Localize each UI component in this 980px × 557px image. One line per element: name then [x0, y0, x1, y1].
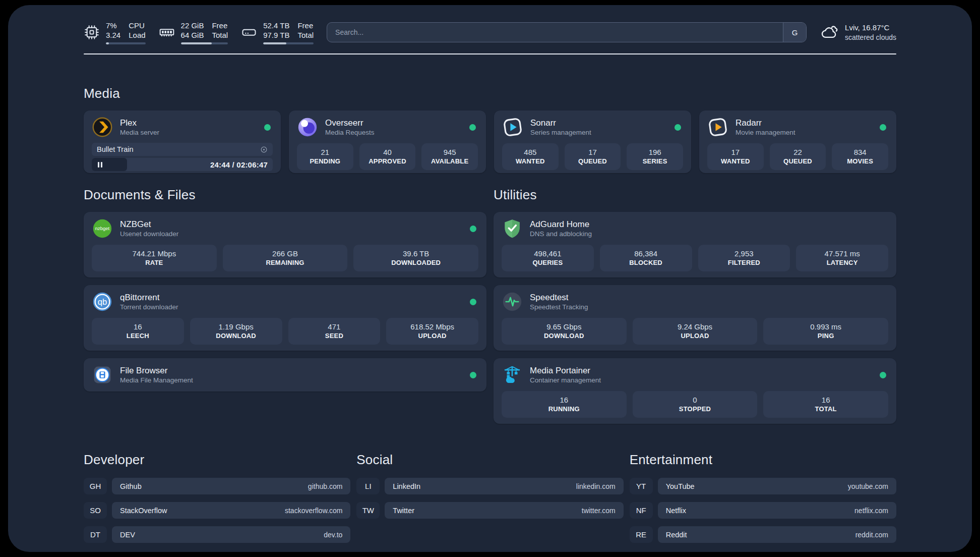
bookmark-group-developer: Developer GH Github github.com SO StackO…: [84, 452, 350, 543]
bookmark-name: DEV: [120, 531, 324, 539]
stat-approved: 40 APPROVED: [359, 143, 416, 170]
service-card-radarr[interactable]: Radarr Movie management 17 WANTED 22 QUE…: [699, 110, 896, 173]
bookmark-stackoverflow[interactable]: SO StackOverflow stackoverflow.com: [84, 502, 350, 519]
status-dot: [675, 124, 681, 131]
cpu-load-label: Load: [129, 30, 145, 40]
bookmark-abbr: TW: [356, 502, 380, 519]
status-dot: [264, 124, 271, 131]
disk-icon: [241, 24, 257, 40]
bookmark-url: github.com: [308, 482, 342, 490]
stat-upload: 618.52 Mbps UPLOAD: [386, 318, 478, 345]
bookmark-url: stackoverflow.com: [285, 507, 342, 515]
qbittorrent-icon: qb: [92, 291, 113, 312]
cpu-progress-fill: [106, 42, 109, 44]
cpu-icon: [84, 24, 100, 40]
weather-condition: scattered clouds: [845, 33, 896, 42]
stat-stopped: 0 STOPPED: [633, 391, 758, 418]
status-dot: [470, 226, 476, 232]
service-card-sonarr[interactable]: Sonarr Series management 485 WANTED 17 Q…: [494, 110, 691, 173]
radarr-icon: [707, 117, 728, 138]
service-card-adguard[interactable]: AdGuard Home DNS and adblocking 498,461 …: [494, 212, 896, 277]
service-name: Media Portainer: [530, 365, 880, 376]
bookmark-youtube[interactable]: YT YouTube youtube.com: [630, 478, 896, 494]
bookmark-abbr: YT: [630, 478, 653, 494]
disk-total-label: Total: [297, 30, 314, 40]
stat-upload: 9.24 Gbps UPLOAD: [633, 318, 758, 345]
portainer-icon: [502, 364, 523, 385]
overseerr-icon: [297, 117, 318, 138]
search-provider-button[interactable]: G: [783, 23, 806, 42]
service-name: NZBGet: [120, 219, 470, 230]
bookmark-url: youtube.com: [848, 482, 888, 490]
stat-available: 945 AVAILABLE: [421, 143, 478, 170]
service-card-plex[interactable]: Plex Media server Bullet Train: [84, 110, 281, 173]
cpu-usage-label: CPU: [129, 21, 145, 30]
memory-progress-track: [181, 42, 228, 44]
scattered-clouds-icon: [820, 22, 839, 43]
stat-leech: 16 LEECH: [92, 318, 184, 345]
section-title-social: Social: [356, 452, 623, 468]
disk-free: 52.4 TB: [263, 21, 289, 30]
memory-free: 22 GiB: [181, 21, 204, 30]
section-title-media: Media: [84, 86, 896, 101]
bookmark-name: StackOverflow: [120, 507, 285, 515]
status-dot: [469, 124, 476, 131]
nzbget-icon: nzbget: [92, 218, 113, 239]
bookmark-name: LinkedIn: [393, 482, 576, 490]
disk-progress-fill: [263, 42, 286, 44]
plex-icon: [92, 117, 113, 138]
service-card-portainer[interactable]: Media Portainer Container management 16 …: [494, 358, 896, 424]
stat-filtered: 2,953 FILTERED: [698, 245, 790, 271]
service-desc: Media File Management: [120, 376, 470, 385]
bookmark-name: Reddit: [666, 531, 855, 539]
stat-queued: 22 QUEUED: [770, 143, 826, 170]
now-playing-title: Bullet Train: [97, 145, 260, 153]
weather-location-temp: Lviv, 16.87°C: [845, 23, 896, 33]
bookmark-netflix[interactable]: NF Netflix netflix.com: [630, 502, 896, 519]
stat-queued: 17 QUEUED: [565, 143, 621, 170]
bookmarks-grid: Developer GH Github github.com SO StackO…: [84, 452, 896, 543]
sonarr-icon: [502, 117, 523, 138]
bookmark-name: Netflix: [666, 507, 854, 515]
service-desc: Container management: [530, 376, 880, 385]
bookmark-url: netflix.com: [854, 507, 888, 515]
svg-text:nzbget: nzbget: [95, 226, 110, 231]
bookmark-dev[interactable]: DT DEV dev.to: [84, 526, 350, 543]
service-card-nzbget[interactable]: nzbget NZBGet Usenet downloader 744.21 M…: [84, 212, 486, 277]
stat-series: 196 SERIES: [627, 143, 683, 170]
section-title-documents: Documents & Files: [84, 187, 486, 203]
bookmark-abbr: GH: [84, 478, 107, 494]
stat-pending: 21 PENDING: [297, 143, 353, 170]
service-desc: DNS and adblocking: [530, 230, 888, 239]
service-name: Speedtest: [530, 292, 888, 303]
bookmark-url: reddit.com: [855, 531, 888, 539]
bookmark-url: twitter.com: [582, 507, 616, 515]
bookmark-twitter[interactable]: TW Twitter twitter.com: [356, 502, 623, 519]
resource-disk: 52.4 TB 97.9 TB Free Total: [241, 21, 314, 44]
disk-progress-track: [263, 42, 314, 44]
disk-total: 97.9 TB: [263, 30, 289, 40]
bookmark-github[interactable]: GH Github github.com: [84, 478, 350, 494]
service-card-overseerr[interactable]: Overseerr Media Requests 21 PENDING 40 A…: [289, 110, 486, 173]
bookmark-linkedin[interactable]: LI LinkedIn linkedin.com: [356, 478, 623, 494]
documents-column: Documents & Files nzbget NZBGet U: [84, 187, 486, 424]
stat-download: 1.19 Gbps DOWNLOAD: [190, 318, 282, 345]
status-dot: [470, 372, 476, 378]
service-card-qbittorrent[interactable]: qb qBittorrent Torrent downloader 16 LEE…: [84, 285, 486, 351]
service-card-filebrowser[interactable]: File Browser Media File Management: [84, 358, 486, 392]
service-desc: Media server: [120, 128, 264, 137]
header-divider: [84, 53, 896, 54]
bookmark-url: linkedin.com: [576, 482, 616, 490]
service-card-speedtest[interactable]: Speedtest Speedtest Tracking 9.65 Gbps D…: [494, 285, 896, 351]
memory-icon: [159, 24, 175, 40]
service-name: Plex: [120, 118, 264, 128]
bookmark-reddit[interactable]: RE Reddit reddit.com: [630, 526, 896, 543]
search-input[interactable]: [327, 23, 783, 42]
pause-button[interactable]: [98, 162, 102, 168]
status-dot: [880, 124, 886, 131]
stat-wanted: 17 WANTED: [707, 143, 764, 170]
status-dot: [470, 299, 476, 305]
service-name: Radarr: [736, 118, 880, 128]
stream-icon[interactable]: [260, 146, 268, 153]
bookmark-group-entertainment: Entertainment YT YouTube youtube.com NF …: [630, 452, 896, 543]
